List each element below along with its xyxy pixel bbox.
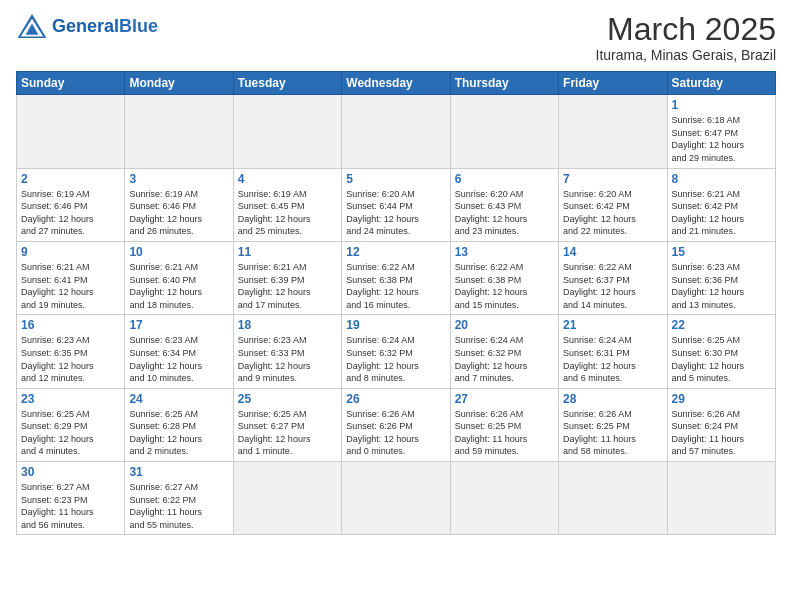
- logo-text: GeneralBlue: [52, 16, 158, 37]
- day-6: 6 Sunrise: 6:20 AMSunset: 6:43 PMDayligh…: [450, 168, 558, 241]
- empty-cell: [559, 95, 667, 168]
- day-27: 27 Sunrise: 6:26 AMSunset: 6:25 PMDaylig…: [450, 388, 558, 461]
- weekday-header-row: Sunday Monday Tuesday Wednesday Thursday…: [17, 72, 776, 95]
- day-4: 4 Sunrise: 6:19 AMSunset: 6:45 PMDayligh…: [233, 168, 341, 241]
- day-20: 20 Sunrise: 6:24 AMSunset: 6:32 PMDaylig…: [450, 315, 558, 388]
- calendar-row-3: 9 Sunrise: 6:21 AMSunset: 6:41 PMDayligh…: [17, 241, 776, 314]
- calendar-table: Sunday Monday Tuesday Wednesday Thursday…: [16, 71, 776, 535]
- logo: GeneralBlue: [16, 12, 158, 40]
- title-block: March 2025 Iturama, Minas Gerais, Brazil: [596, 12, 777, 63]
- day-info: Sunrise: 6:18 AMSunset: 6:47 PMDaylight:…: [672, 115, 745, 163]
- empty-cell: [233, 95, 341, 168]
- day-21: 21 Sunrise: 6:24 AMSunset: 6:31 PMDaylig…: [559, 315, 667, 388]
- header: GeneralBlue March 2025 Iturama, Minas Ge…: [16, 12, 776, 63]
- logo-icon: [16, 12, 48, 40]
- empty-cell: [667, 462, 775, 535]
- day-3: 3 Sunrise: 6:19 AMSunset: 6:46 PMDayligh…: [125, 168, 233, 241]
- header-thursday: Thursday: [450, 72, 558, 95]
- empty-cell: [450, 95, 558, 168]
- calendar-row-2: 2 Sunrise: 6:19 AMSunset: 6:46 PMDayligh…: [17, 168, 776, 241]
- day-31: 31 Sunrise: 6:27 AMSunset: 6:22 PMDaylig…: [125, 462, 233, 535]
- header-saturday: Saturday: [667, 72, 775, 95]
- day-24: 24 Sunrise: 6:25 AMSunset: 6:28 PMDaylig…: [125, 388, 233, 461]
- header-sunday: Sunday: [17, 72, 125, 95]
- day-10: 10 Sunrise: 6:21 AMSunset: 6:40 PMDaylig…: [125, 241, 233, 314]
- empty-cell: [17, 95, 125, 168]
- calendar-row-1: 1 Sunrise: 6:18 AMSunset: 6:47 PMDayligh…: [17, 95, 776, 168]
- day-22: 22 Sunrise: 6:25 AMSunset: 6:30 PMDaylig…: [667, 315, 775, 388]
- day-15: 15 Sunrise: 6:23 AMSunset: 6:36 PMDaylig…: [667, 241, 775, 314]
- empty-cell: [450, 462, 558, 535]
- day-5: 5 Sunrise: 6:20 AMSunset: 6:44 PMDayligh…: [342, 168, 450, 241]
- calendar-row-5: 23 Sunrise: 6:25 AMSunset: 6:29 PMDaylig…: [17, 388, 776, 461]
- day-25: 25 Sunrise: 6:25 AMSunset: 6:27 PMDaylig…: [233, 388, 341, 461]
- day-26: 26 Sunrise: 6:26 AMSunset: 6:26 PMDaylig…: [342, 388, 450, 461]
- empty-cell: [125, 95, 233, 168]
- day-17: 17 Sunrise: 6:23 AMSunset: 6:34 PMDaylig…: [125, 315, 233, 388]
- day-number: 1: [672, 98, 771, 112]
- day-16: 16 Sunrise: 6:23 AMSunset: 6:35 PMDaylig…: [17, 315, 125, 388]
- month-year: March 2025: [596, 12, 777, 47]
- empty-cell: [559, 462, 667, 535]
- day-23: 23 Sunrise: 6:25 AMSunset: 6:29 PMDaylig…: [17, 388, 125, 461]
- day-28: 28 Sunrise: 6:26 AMSunset: 6:25 PMDaylig…: [559, 388, 667, 461]
- empty-cell: [342, 462, 450, 535]
- day-14: 14 Sunrise: 6:22 AMSunset: 6:37 PMDaylig…: [559, 241, 667, 314]
- day-2: 2 Sunrise: 6:19 AMSunset: 6:46 PMDayligh…: [17, 168, 125, 241]
- header-monday: Monday: [125, 72, 233, 95]
- empty-cell: [233, 462, 341, 535]
- header-tuesday: Tuesday: [233, 72, 341, 95]
- header-wednesday: Wednesday: [342, 72, 450, 95]
- empty-cell: [342, 95, 450, 168]
- location: Iturama, Minas Gerais, Brazil: [596, 47, 777, 63]
- day-7: 7 Sunrise: 6:20 AMSunset: 6:42 PMDayligh…: [559, 168, 667, 241]
- day-8: 8 Sunrise: 6:21 AMSunset: 6:42 PMDayligh…: [667, 168, 775, 241]
- page: GeneralBlue March 2025 Iturama, Minas Ge…: [0, 0, 792, 612]
- day-13: 13 Sunrise: 6:22 AMSunset: 6:38 PMDaylig…: [450, 241, 558, 314]
- day-11: 11 Sunrise: 6:21 AMSunset: 6:39 PMDaylig…: [233, 241, 341, 314]
- day-9: 9 Sunrise: 6:21 AMSunset: 6:41 PMDayligh…: [17, 241, 125, 314]
- calendar-row-4: 16 Sunrise: 6:23 AMSunset: 6:35 PMDaylig…: [17, 315, 776, 388]
- day-30: 30 Sunrise: 6:27 AMSunset: 6:23 PMDaylig…: [17, 462, 125, 535]
- day-19: 19 Sunrise: 6:24 AMSunset: 6:32 PMDaylig…: [342, 315, 450, 388]
- calendar-row-6: 30 Sunrise: 6:27 AMSunset: 6:23 PMDaylig…: [17, 462, 776, 535]
- header-friday: Friday: [559, 72, 667, 95]
- day-12: 12 Sunrise: 6:22 AMSunset: 6:38 PMDaylig…: [342, 241, 450, 314]
- day-29: 29 Sunrise: 6:26 AMSunset: 6:24 PMDaylig…: [667, 388, 775, 461]
- day-18: 18 Sunrise: 6:23 AMSunset: 6:33 PMDaylig…: [233, 315, 341, 388]
- day-1: 1 Sunrise: 6:18 AMSunset: 6:47 PMDayligh…: [667, 95, 775, 168]
